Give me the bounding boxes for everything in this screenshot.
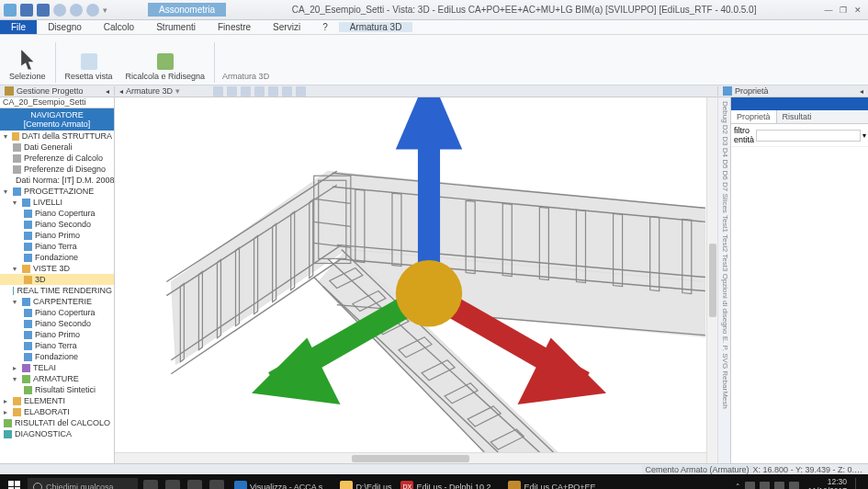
taskbar-item-delphi[interactable]: DX EdiLus - Delphi 10.2…	[396, 478, 503, 490]
nav-subtitle: [Cemento Armato]	[0, 119, 114, 129]
history-icon[interactable]	[86, 4, 99, 17]
filter-label: filtro entità	[734, 126, 754, 144]
reset-view-icon	[81, 53, 97, 70]
tray-icon-2[interactable]	[760, 482, 770, 489]
maximize-button[interactable]: ❐	[837, 5, 850, 16]
folder-icon	[340, 481, 353, 490]
filter-input[interactable]	[756, 130, 861, 142]
view-tool-3-icon[interactable]	[241, 86, 251, 97]
menu-help[interactable]: ?	[311, 22, 339, 32]
app-icon	[4, 4, 17, 17]
edge-icon	[234, 481, 247, 490]
view-tool-2-icon[interactable]	[227, 86, 237, 97]
status-context: Cemento Armato (Armature)	[642, 465, 753, 474]
properties-icon	[723, 86, 732, 96]
ribbon-selezione[interactable]: Selezione	[4, 48, 51, 83]
start-button[interactable]	[3, 478, 25, 490]
taskbar-search[interactable]: Chiedimi qualcosa	[28, 478, 138, 490]
project-sidebar: CA_20_Esempio_Setti NAVIGATORE [Cemento …	[0, 97, 115, 463]
menu-disegno[interactable]: Disegno	[37, 22, 93, 32]
tree-item-3d[interactable]: 3D	[0, 274, 114, 285]
close-button[interactable]: ✕	[851, 5, 864, 16]
show-desktop-button[interactable]	[855, 478, 864, 490]
tray-icon-1[interactable]	[745, 482, 755, 489]
tray-chevron-icon[interactable]: ˄	[736, 483, 740, 490]
cursor-icon	[17, 50, 38, 70]
windows-taskbar: Chiedimi qualcosa Visualizza - ACCA s… D…	[0, 474, 868, 489]
search-icon	[33, 483, 42, 490]
taskbar-clock[interactable]: 12:30 11/10/2017	[804, 478, 851, 489]
undo-icon[interactable]	[53, 4, 66, 17]
svg-point-27	[396, 260, 462, 326]
taskbar-item-edilus[interactable]: EdiLus CA+PO+EE…	[503, 478, 608, 490]
axis-gizmo[interactable]	[133, 97, 706, 426]
tab-risultati[interactable]: Risultati	[777, 110, 817, 123]
ribbon-ricalcola[interactable]: Ricalcola e Ridisegna	[120, 51, 211, 83]
taskbar-pin-1-icon[interactable]	[165, 480, 180, 490]
window-title: CA_20_Esempio_Setti - Vista: 3D - EdiLus…	[226, 5, 822, 15]
tray-volume-icon[interactable]	[789, 482, 799, 489]
ribbon-context-tab[interactable]: Assonometria	[148, 3, 226, 17]
tray-network-icon[interactable]	[774, 482, 784, 489]
view-tool-5-icon[interactable]	[268, 86, 278, 97]
viewport-side-tabs[interactable]: Debug D2 D3 D4 D5 D6 D7 Slices Test1 Tes…	[717, 97, 730, 463]
redo-icon[interactable]	[70, 4, 83, 17]
menu-file[interactable]: File	[0, 20, 37, 34]
sidebar-file-tab[interactable]: CA_20_Esempio_Setti	[0, 97, 114, 108]
ribbon-group-label: Armatura 3D	[219, 70, 273, 83]
left-panel-title: Gestione Progetto	[17, 86, 84, 96]
vertical-scrollbar[interactable]	[706, 97, 717, 463]
view-tool-4-icon[interactable]	[254, 86, 265, 97]
save-all-icon[interactable]	[37, 4, 50, 17]
minimize-button[interactable]: —	[822, 5, 835, 16]
task-view-icon[interactable]	[143, 480, 158, 490]
properties-content	[731, 147, 868, 463]
horizontal-scrollbar[interactable]	[115, 452, 706, 463]
right-panel-title: Proprietà	[735, 86, 769, 96]
menu-servizi[interactable]: Servizi	[262, 22, 311, 32]
project-tree[interactable]: ▾DATI della STRUTTURA Dati Generali Pref…	[0, 131, 114, 463]
taskbar-item-folder[interactable]: D:\EdiLus	[335, 478, 396, 490]
ribbon-resetta-vista[interactable]: Resetta vista	[60, 51, 118, 83]
nav-title: NAVIGATORE	[0, 110, 114, 119]
menu-strumenti[interactable]: Strumenti	[145, 22, 207, 32]
svg-marker-22	[396, 97, 462, 149]
view-tool-1-icon[interactable]	[213, 86, 223, 97]
project-icon	[5, 86, 14, 96]
taskbar-pin-2-icon[interactable]	[187, 480, 202, 490]
taskbar-pin-3-icon[interactable]	[209, 480, 224, 490]
menu-armatura3d[interactable]: Armatura 3D	[339, 22, 413, 32]
3d-viewport[interactable]	[115, 97, 706, 452]
tab-proprieta[interactable]: Proprietà	[731, 110, 777, 123]
edilus-icon	[508, 481, 521, 490]
status-coords: X: 16.800 - Y: 39.439 - Z: 0.…	[753, 465, 862, 474]
taskbar-item-edge[interactable]: Visualizza - ACCA s…	[230, 478, 335, 490]
delphi-icon: DX	[400, 481, 413, 490]
recalc-icon	[157, 53, 174, 70]
save-icon[interactable]	[20, 4, 33, 17]
filter-dropdown-icon[interactable]: ▾	[862, 131, 866, 140]
menu-calcolo[interactable]: Calcolo	[93, 22, 145, 32]
viewport-toolbar-label: Armature 3D	[126, 86, 173, 96]
view-tool-6-icon[interactable]	[282, 86, 292, 97]
menu-finestre[interactable]: Finestre	[207, 22, 262, 32]
view-tool-7-icon[interactable]	[296, 86, 306, 97]
